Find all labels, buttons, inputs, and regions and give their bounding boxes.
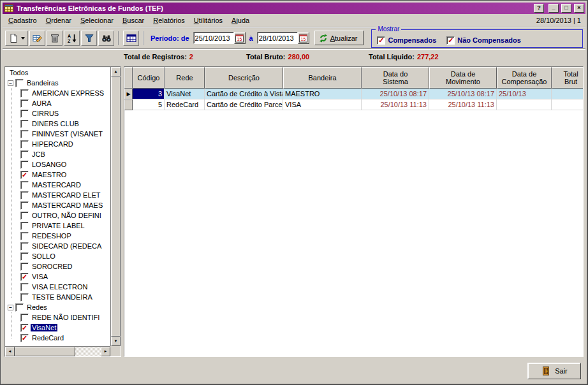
tree-item[interactable]: TESTE BANDEIRA: [6, 292, 110, 302]
cell-data-compensacao[interactable]: [497, 99, 552, 110]
menu-selecionar[interactable]: Selecionar: [76, 15, 118, 26]
cell-data-sistema[interactable]: 25/10/13 11:13: [362, 99, 429, 110]
tree-checkbox[interactable]: [20, 252, 29, 261]
tree-item[interactable]: DINERS CLUB: [6, 119, 110, 129]
tree-item-label[interactable]: JCB: [31, 150, 47, 158]
cell-bandeira[interactable]: MAESTRO: [283, 89, 362, 99]
tree-item-label[interactable]: RedeCard: [31, 334, 65, 342]
tree-item[interactable]: REDESHOP: [6, 231, 110, 241]
tree-item-label[interactable]: MASTERCARD ELET: [31, 191, 102, 199]
cell-rede[interactable]: VisaNet: [165, 89, 205, 99]
date-from-calendar-button[interactable]: 15: [234, 32, 246, 44]
compensados-checkbox[interactable]: Compensados: [377, 36, 436, 45]
tree-item[interactable]: FININVEST (VISANET: [6, 129, 110, 139]
grid-view-button[interactable]: [123, 31, 139, 46]
tree-item[interactable]: AMERICAN EXPRESS: [6, 88, 110, 98]
tree-item-label[interactable]: SOROCRED: [31, 263, 74, 270]
tree-item-label[interactable]: OUTRO, NÃO DEFINI: [31, 212, 103, 219]
tree-checkbox[interactable]: [20, 191, 29, 200]
tree-item[interactable]: VISA: [6, 272, 110, 282]
cell-total-bruto[interactable]: [552, 99, 584, 110]
scroll-down-button[interactable]: ▼: [111, 337, 121, 346]
scroll-left-button[interactable]: ◄: [5, 347, 15, 356]
tree-item-label[interactable]: TESTE BANDEIRA: [31, 293, 94, 301]
tree-item-label[interactable]: LOSANGO: [31, 161, 68, 168]
checkbox-checked-icon[interactable]: [377, 36, 385, 45]
sort-button[interactable]: A Z: [64, 31, 80, 46]
menu-relatorios[interactable]: Relatórios: [149, 15, 189, 26]
tree-item[interactable]: VISA ELECTRON: [6, 282, 110, 292]
horizontal-scroll-track[interactable]: [75, 347, 101, 356]
grid-header-bandeira[interactable]: Bandeira: [283, 67, 362, 89]
grid-header-rede[interactable]: Rede: [165, 67, 205, 89]
tree-checkbox[interactable]: [20, 324, 29, 332]
maximize-button[interactable]: □: [561, 4, 571, 13]
date-to-calendar-button[interactable]: 15: [298, 32, 309, 44]
vertical-scroll-thumb[interactable]: [111, 76, 121, 337]
tree-item-label[interactable]: VisaNet: [31, 324, 57, 331]
tree-checkbox[interactable]: [20, 181, 29, 189]
tree-item-label[interactable]: CIRRUS: [31, 110, 60, 117]
tree-item-label[interactable]: HIPERCARD: [31, 140, 75, 148]
grid-header-data-movimento[interactable]: Data de Movimento: [429, 67, 497, 89]
tree-item-label[interactable]: AURA: [31, 99, 53, 107]
filter-button[interactable]: [81, 31, 97, 46]
tree-root-item[interactable]: Todos: [6, 68, 110, 78]
cell-data-sistema[interactable]: 25/10/13 08:17: [362, 89, 429, 99]
grid-header-total-bruto[interactable]: Total Brut: [552, 67, 584, 89]
cell-bandeira[interactable]: VISA: [283, 99, 362, 110]
cell-descricao[interactable]: Cartão de Crédito Parcela: [205, 99, 283, 110]
tree-checkbox[interactable]: [20, 161, 29, 169]
cell-data-movimento[interactable]: 25/10/13 08:17: [429, 89, 497, 99]
tree-item[interactable]: HIPERCARD: [6, 139, 110, 149]
cell-descricao[interactable]: Cartão de Crédito à Vista: [205, 89, 283, 99]
tree-item[interactable]: CIRRUS: [6, 108, 110, 119]
grid-header-data-sistema[interactable]: Data do Sistema: [362, 67, 429, 89]
cell-codigo[interactable]: 3: [133, 89, 165, 99]
tree-item[interactable]: SOROCRED: [6, 261, 110, 272]
grid-row[interactable]: ▶3VisaNetCartão de Crédito à VistaMAESTR…: [124, 89, 584, 99]
date-from-input[interactable]: [193, 32, 234, 44]
dropdown-arrow-icon[interactable]: [21, 37, 25, 40]
grid-header-descricao[interactable]: Descrição: [205, 67, 283, 89]
tree-group-item[interactable]: −Bandeiras: [6, 78, 110, 88]
menu-cadastro[interactable]: Cadastro: [4, 15, 41, 26]
tree-checkbox[interactable]: [20, 232, 29, 240]
tree-item[interactable]: MASTERCARD MAES: [6, 200, 110, 210]
tree-item[interactable]: OUTRO, NÃO DEFINI: [6, 210, 110, 221]
tree-vertical-scrollbar[interactable]: ▲ ▼: [110, 67, 121, 346]
tree-item-label[interactable]: REDE NÃO IDENTIFI: [31, 314, 101, 321]
collapse-icon[interactable]: −: [8, 80, 13, 86]
tree-item[interactable]: PRIVATE LABEL: [6, 221, 110, 231]
tree-item-label[interactable]: MAESTRO: [31, 171, 68, 178]
grid-header-codigo[interactable]: Código: [133, 67, 165, 89]
tree-checkbox[interactable]: [20, 242, 29, 251]
tree-checkbox[interactable]: [20, 222, 29, 230]
menu-ordenar[interactable]: Ordenar: [41, 15, 76, 26]
minimize-button[interactable]: _: [548, 4, 559, 13]
tree-item[interactable]: RedeCard: [6, 333, 110, 343]
tree-checkbox[interactable]: [20, 140, 29, 149]
tree-item-label[interactable]: AMERICAN EXPRESS: [31, 89, 105, 97]
tree-item-label[interactable]: SIDECARD (REDECA: [31, 242, 103, 250]
cell-data-compensacao[interactable]: 25/10/13: [497, 89, 552, 99]
tree-item-label[interactable]: SOLLO: [31, 252, 57, 260]
tree-checkbox[interactable]: [20, 263, 29, 271]
tree-checkbox[interactable]: [20, 110, 29, 118]
tree-checkbox[interactable]: [15, 303, 24, 312]
menu-utilitarios[interactable]: Utilitários: [189, 15, 227, 26]
tree-horizontal-scrollbar[interactable]: ◄ ►: [5, 346, 110, 356]
tree-item[interactable]: REDE NÃO IDENTIFI: [6, 312, 110, 323]
collapse-icon[interactable]: −: [8, 305, 13, 310]
menu-buscar[interactable]: Buscar: [118, 15, 149, 26]
scroll-up-button[interactable]: ▲: [111, 67, 121, 76]
tree-item[interactable]: SIDECARD (REDECA: [6, 241, 110, 251]
tree-checkbox[interactable]: [20, 283, 29, 291]
date-to-input[interactable]: [257, 32, 298, 44]
cell-data-movimento[interactable]: 25/10/13 11:13: [429, 99, 497, 110]
tree-item[interactable]: AURA: [6, 98, 110, 108]
cell-total-bruto[interactable]: [552, 89, 584, 99]
tree-item[interactable]: MASTERCARD ELET: [6, 190, 110, 200]
find-button[interactable]: [98, 31, 114, 46]
tree-checkbox[interactable]: [20, 130, 29, 138]
